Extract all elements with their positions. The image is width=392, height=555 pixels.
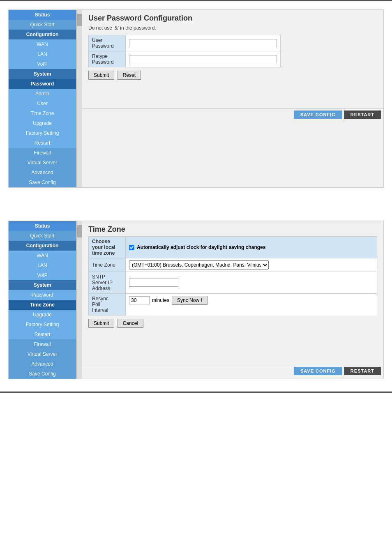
submit-button-2[interactable]: Submit	[88, 319, 114, 328]
timezone-label: Time Zone	[89, 258, 126, 272]
timezone-form: Chooseyour localtime zone Automatically …	[88, 236, 377, 315]
sidebar-item-configuration-1[interactable]: Configuration	[9, 30, 76, 39]
page-title-1: User Password Configuration	[88, 14, 377, 23]
user-password-cell	[126, 35, 281, 51]
main-content-2: Time Zone Chooseyour localtime zone Auto…	[82, 221, 383, 379]
content-note-1: Do not use '&' in the password.	[88, 25, 377, 31]
main-content-1: User Password Configuration Do not use '…	[82, 10, 383, 187]
user-password-row: UserPassword	[89, 35, 281, 51]
auto-adjust-checkbox[interactable]	[129, 245, 134, 250]
reset-button-1[interactable]: Reset	[118, 71, 141, 80]
sidebar-item-quickstart-2[interactable]: Quick Start	[9, 231, 76, 241]
btn-row-1: Submit Reset	[88, 71, 377, 80]
sidebar-item-lan-2[interactable]: LAN	[9, 260, 76, 270]
sidebar-item-voip-1[interactable]: VoIP	[9, 59, 76, 69]
sidebar-item-upgrade-2[interactable]: Upgrade	[9, 310, 76, 320]
timezone-select[interactable]: (GMT+01:00) Brussels, Copenhagen, Madrid…	[129, 260, 269, 269]
minutes-label: minutes	[152, 297, 169, 303]
sidebar-item-advanced-2[interactable]: Advanced	[9, 359, 76, 369]
cancel-button-2[interactable]: Cancel	[118, 319, 143, 328]
between-sections	[0, 196, 392, 216]
submit-button-1[interactable]: Submit	[88, 71, 114, 80]
retype-password-row: RetypePassword	[89, 51, 281, 67]
sidebar-1: Status Quick Start Configuration WAN LAN…	[9, 10, 76, 187]
sidebar-item-firewall-2[interactable]: Firewall	[9, 339, 76, 349]
sidebar-2: Status Quick Start Configuration WAN LAN…	[9, 221, 76, 379]
sidebar-item-advanced-1[interactable]: Advanced	[9, 168, 76, 177]
content-spacer-1	[82, 84, 383, 108]
sidebar-item-firewall-1[interactable]: Firewall	[9, 148, 76, 158]
sidebar-item-upgrade-1[interactable]: Upgrade	[9, 118, 76, 128]
sync-now-button[interactable]: Sync Now !	[172, 296, 208, 305]
sidebar-item-timezone-2[interactable]: Time Zone	[9, 300, 76, 310]
sntp-cell	[126, 272, 377, 294]
sidebar-item-admin-1[interactable]: Admin	[9, 89, 76, 99]
page-title-2: Time Zone	[88, 225, 377, 234]
password-form-1: UserPassword RetypePassword	[88, 35, 281, 67]
auto-adjust-cell: Automatically adjust clock for daylight …	[126, 237, 377, 258]
retype-password-input[interactable]	[129, 55, 277, 63]
footer-bar-1: SAVE CONFIG RESTART	[82, 108, 383, 120]
sidebar-item-voip-2[interactable]: VoIP	[9, 270, 76, 280]
sidebar-item-status-1[interactable]: Status	[9, 10, 76, 20]
scrollbar-1[interactable]	[76, 10, 82, 187]
sidebar-item-timezone-1[interactable]: Time Zone	[9, 108, 76, 118]
retype-password-cell	[126, 51, 281, 67]
sidebar-item-password-2[interactable]: Password	[9, 290, 76, 300]
choose-label: Chooseyour localtime zone	[89, 237, 126, 258]
sidebar-item-saveconfig-1[interactable]: Save Config	[9, 177, 76, 187]
resync-label: ResyncPollInterval	[89, 294, 126, 315]
sidebar-item-status-2[interactable]: Status	[9, 221, 76, 231]
sidebar-item-wan-1[interactable]: WAN	[9, 39, 76, 49]
footer-bar-2: SAVE CONFIG RESTART	[82, 365, 383, 377]
sidebar-item-quickstart-1[interactable]: Quick Start	[9, 20, 76, 30]
sidebar-item-user-1[interactable]: User	[9, 99, 76, 108]
sidebar-item-restart-1[interactable]: Restart	[9, 138, 76, 148]
page-wrapper: Status Quick Start Configuration WAN LAN…	[0, 0, 392, 393]
sidebar-item-virtualserver-2[interactable]: Virtual Server	[9, 349, 76, 359]
sidebar-item-factorysetting-2[interactable]: Factory Setting	[9, 320, 76, 329]
scrollbar-thumb-2	[77, 225, 82, 237]
sidebar-item-wan-2[interactable]: WAN	[9, 251, 76, 260]
restart-button-1[interactable]: RESTART	[344, 111, 381, 119]
scrollbar-thumb-1	[77, 14, 82, 26]
section-2: Status Quick Start Configuration WAN LAN…	[8, 221, 384, 379]
choose-row: Chooseyour localtime zone Automatically …	[89, 237, 377, 258]
content-area-1: User Password Configuration Do not use '…	[82, 10, 383, 84]
save-config-button-1[interactable]: SAVE CONFIG	[294, 111, 342, 119]
sidebar-item-factorysetting-1[interactable]: Factory Setting	[9, 128, 76, 138]
sidebar-item-lan-1[interactable]: LAN	[9, 49, 76, 59]
sntp-row: SNTPServer IPAddress	[89, 272, 377, 294]
resync-input[interactable]	[129, 296, 150, 304]
sidebar-item-saveconfig-2[interactable]: Save Config	[9, 369, 76, 379]
resync-cell: minutes Sync Now !	[126, 294, 377, 307]
sidebar-item-restart-2[interactable]: Restart	[9, 329, 76, 339]
sntp-label: SNTPServer IPAddress	[89, 272, 126, 294]
scrollbar-2[interactable]	[76, 221, 82, 379]
sidebar-item-configuration-2[interactable]: Configuration	[9, 241, 76, 251]
sidebar-item-system-1[interactable]: System	[9, 69, 76, 79]
restart-button-2[interactable]: RESTART	[344, 367, 381, 375]
sidebar-item-system-2[interactable]: System	[9, 280, 76, 290]
timezone-row: Time Zone (GMT+01:00) Brussels, Copenhag…	[89, 258, 377, 272]
auto-adjust-label: Automatically adjust clock for daylight …	[129, 244, 374, 250]
sntp-input[interactable]	[129, 279, 178, 287]
retype-password-label: RetypePassword	[89, 51, 126, 67]
timezone-cell: (GMT+01:00) Brussels, Copenhagen, Madrid…	[126, 258, 377, 272]
auto-adjust-text: Automatically adjust clock for daylight …	[137, 244, 265, 250]
user-password-input[interactable]	[129, 39, 277, 47]
section-1: Status Quick Start Configuration WAN LAN…	[8, 9, 384, 188]
content-spacer-2	[82, 332, 383, 365]
save-config-button-2[interactable]: SAVE CONFIG	[294, 367, 342, 375]
user-password-label: UserPassword	[89, 35, 126, 51]
btn-row-2: Submit Cancel	[88, 319, 377, 328]
sidebar-item-virtualserver-1[interactable]: Virtual Server	[9, 158, 76, 168]
sidebar-item-password-1[interactable]: Password	[9, 79, 76, 89]
content-area-2: Time Zone Chooseyour localtime zone Auto…	[82, 221, 383, 332]
resync-row: ResyncPollInterval minutes Sync Now !	[89, 294, 377, 315]
